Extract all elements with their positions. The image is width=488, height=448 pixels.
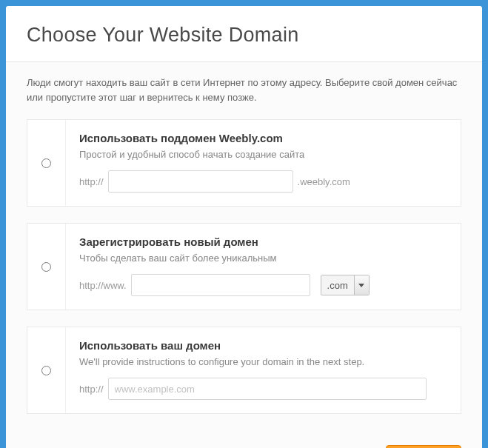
radio-col xyxy=(27,327,66,413)
option-title: Использовать поддомен Weebly.com xyxy=(79,132,447,144)
option-content: Зарегистрировать новый домен Чтобы сдела… xyxy=(66,224,461,310)
register-input[interactable] xyxy=(131,274,310,296)
tld-select[interactable]: .com xyxy=(321,275,370,295)
url-prefix: http:// xyxy=(79,384,104,395)
option-subtitle: We'll provide instructions to configure … xyxy=(79,356,447,367)
option-register[interactable]: Зарегистрировать новый домен Чтобы сдела… xyxy=(27,223,461,310)
own-domain-input[interactable] xyxy=(108,378,427,400)
chevron-down-icon[interactable] xyxy=(354,275,369,295)
option-own[interactable]: Использовать ваш домен We'll provide ins… xyxy=(27,327,461,414)
url-prefix: http:// xyxy=(79,176,104,187)
input-row: http:// .weebly.com xyxy=(79,170,447,193)
radio-register[interactable] xyxy=(41,262,51,272)
option-subdomain[interactable]: Использовать поддомен Weebly.com Простой… xyxy=(27,119,461,207)
radio-subdomain[interactable] xyxy=(41,158,51,168)
option-title: Использовать ваш домен xyxy=(79,339,447,352)
modal-footer: Continue xyxy=(6,439,482,448)
subdomain-input[interactable] xyxy=(108,170,293,193)
option-content: Использовать ваш домен We'll provide ins… xyxy=(66,327,461,413)
radio-own[interactable] xyxy=(41,366,51,375)
intro-text: Люди смогут находить ваш сайт в сети Инт… xyxy=(27,76,461,104)
tld-value: .com xyxy=(321,275,354,295)
option-title: Зарегистрировать новый домен xyxy=(79,235,447,248)
option-subtitle: Чтобы сделать ваш сайт более уникальным xyxy=(79,253,447,264)
option-content: Использовать поддомен Weebly.com Простой… xyxy=(66,120,461,206)
option-subtitle: Простой и удобный способ начать создание… xyxy=(79,149,447,160)
modal-body: Люди смогут находить ваш сайт в сети Инт… xyxy=(6,62,482,439)
continue-button[interactable]: Continue xyxy=(386,445,461,448)
input-row: http:// xyxy=(79,378,447,400)
url-prefix: http://www. xyxy=(79,280,127,291)
modal-header: Choose Your Website Domain xyxy=(6,6,482,62)
url-suffix: .weebly.com xyxy=(298,176,350,187)
domain-modal: Choose Your Website Domain Люди смогут н… xyxy=(6,6,482,448)
page-title: Choose Your Website Domain xyxy=(27,24,461,47)
input-row: http://www. .com xyxy=(79,274,447,296)
radio-col xyxy=(27,224,66,310)
radio-col xyxy=(27,120,66,206)
